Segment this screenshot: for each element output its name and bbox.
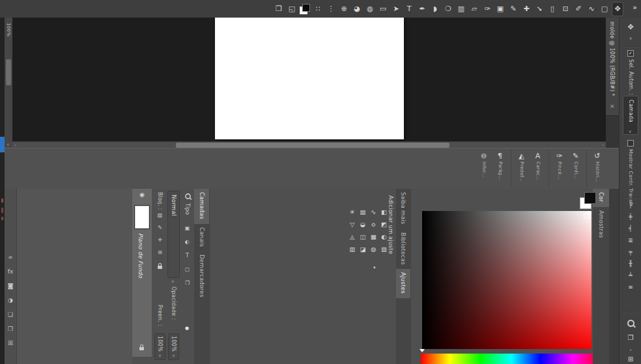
panel-info[interactable]: ⊖ Infor...	[476, 150, 491, 188]
filter-kind-label[interactable]: Tipo	[184, 203, 190, 215]
align-left-icon[interactable]: ╞	[629, 202, 632, 208]
tab-demarcadores[interactable]: Demarcadores	[194, 251, 209, 302]
tool-preset-arrow-icon[interactable]: ∨	[620, 36, 641, 41]
scrollbar-arrow-icon[interactable]: ∨	[7, 142, 9, 147]
adjustment-layer-button[interactable]: ◑	[8, 297, 13, 303]
tab-ajustes[interactable]: Ajustes	[396, 269, 410, 298]
adj-levels-icon[interactable]: ▤	[359, 208, 366, 216]
foreground-color-swatch[interactable]	[302, 4, 310, 12]
zoom-tool[interactable]: ⊕	[339, 3, 349, 16]
adj-color-lookup-icon[interactable]: ▦	[370, 233, 377, 240]
link-layers-button[interactable]: ∞	[8, 254, 13, 260]
type-tool[interactable]: T	[404, 3, 414, 16]
distribute-v-icon[interactable]: ≡	[628, 284, 633, 290]
layer-row-background[interactable]: ◉ Plano de Fundo	[132, 189, 152, 357]
adj-black-white-icon[interactable]: ◩	[380, 221, 388, 228]
scrollbar-right-icon[interactable]: ›	[602, 143, 604, 148]
foreground-color-swatch[interactable]	[584, 192, 596, 204]
close-icon[interactable]: ×	[610, 103, 615, 109]
align-middle-icon[interactable]: ╫	[629, 260, 632, 267]
adj-curves-icon[interactable]: ∿	[370, 208, 377, 216]
hue-slider[interactable]	[421, 354, 602, 364]
foreground-background-swatches[interactable]	[300, 4, 310, 14]
new-group-button[interactable]: ❏	[8, 311, 13, 318]
quick-mask-icon[interactable]: ◱	[287, 3, 297, 16]
document-tab[interactable]: molde @ 100% (RGB/8#) * ×	[606, 18, 619, 116]
panel-tool-presets[interactable]: ◭ Predef...	[511, 150, 529, 188]
path-select-tool[interactable]: ➤	[391, 3, 401, 16]
history-brush-tool[interactable]: ✑	[482, 3, 492, 16]
align-right-icon[interactable]: ╡	[629, 225, 632, 232]
lock-all-icon[interactable]	[158, 266, 162, 269]
adj-photo-filter-icon[interactable]: ◬	[349, 233, 356, 240]
panel-paragraph[interactable]: ¶ Parág...	[492, 150, 507, 188]
new-layer-button[interactable]: ❐	[8, 326, 13, 332]
layer-thumbnail[interactable]	[135, 206, 149, 229]
adj-channel-mixer-icon[interactable]: ◫	[359, 233, 366, 240]
filter-toggle-icon[interactable]: ●	[185, 326, 189, 331]
healing-brush-tool[interactable]: ✚	[521, 3, 532, 16]
panel-brush-settings[interactable]: ✎ Confi...	[568, 150, 583, 188]
collapse-chevron-icon[interactable]: ‹	[620, 347, 641, 353]
tab-bibliotecas[interactable]: Bibliotecas	[396, 229, 410, 270]
scrollbar-left-icon[interactable]: ‹	[14, 143, 16, 148]
adj-brightness-contrast-icon[interactable]: ☀	[349, 208, 356, 216]
lock-transparency-icon[interactable]: ▨	[158, 212, 163, 218]
expand-arrow-icon[interactable]: ▴	[373, 264, 376, 270]
panel-history[interactable]: ↺ Históri...	[586, 150, 605, 188]
quick-selection-tool[interactable]: ✐	[573, 3, 584, 16]
edit-toolbar-icon[interactable]: ⋮	[326, 3, 336, 16]
opacity-value-dropdown[interactable]: 100% ∨	[168, 333, 179, 360]
blur-tool[interactable]: ❍	[443, 3, 453, 16]
align-center-h-icon[interactable]: ╪	[629, 214, 632, 220]
show-transform-checkbox[interactable]	[620, 140, 641, 148]
eraser-tool[interactable]: ▱	[469, 3, 479, 16]
adj-selective-color-icon[interactable]: ◍	[370, 245, 377, 253]
distribute-h-icon[interactable]: ≣	[628, 237, 633, 244]
move-tool[interactable]: ✥	[612, 3, 623, 16]
tab-camadas[interactable]: Camadas	[194, 189, 209, 224]
rotate-view-tool[interactable]: ◕	[352, 3, 362, 16]
adj-hue-saturation-icon[interactable]: ◒	[359, 221, 366, 228]
panel-brushes[interactable]: ✑ Pincé...	[548, 150, 567, 188]
blend-mode-dropdown[interactable]: Normal	[167, 191, 180, 278]
lock-artboard-icon[interactable]: ⊞	[158, 249, 162, 255]
marquee-tool[interactable]: ▢	[599, 3, 610, 16]
screen-mode-icon[interactable]: ❒	[274, 3, 284, 16]
scrollbar-thumb[interactable]	[6, 59, 11, 85]
gradient-tool[interactable]: ▥	[456, 3, 466, 16]
lock-position-icon[interactable]: ✛	[158, 237, 162, 243]
toolbar-overflow-icon[interactable]: »	[633, 3, 637, 12]
fill-value-dropdown[interactable]: 100% ∨	[154, 333, 165, 360]
auto-select-target-dropdown[interactable]: Camada ∨	[623, 96, 638, 135]
lasso-tool[interactable]: ∿	[586, 3, 597, 16]
filter-shape-layers-icon[interactable]: ▢	[185, 266, 190, 272]
filter-smart-objects-icon[interactable]: ❐	[185, 280, 190, 286]
dodge-tool[interactable]: ◗	[430, 3, 440, 16]
adj-vibrance-icon[interactable]: ▽	[349, 221, 356, 228]
frame-tool[interactable]: ▯	[547, 3, 558, 16]
layer-mask-button[interactable]: ◙	[8, 283, 14, 289]
adj-color-balance-icon[interactable]: ≎	[370, 221, 377, 228]
layers-panel-content[interactable]	[17, 189, 132, 364]
adj-threshold-icon[interactable]: ◪	[359, 245, 366, 253]
auto-select-checkbox[interactable]: ✓	[620, 50, 641, 57]
align-bottom-icon[interactable]: ╧	[629, 272, 632, 279]
adj-exposure-icon[interactable]: ◧	[380, 208, 388, 216]
delete-layer-button[interactable]: ☒	[8, 340, 13, 346]
arrange-documents-icon[interactable]: ❐	[620, 334, 641, 341]
pen-tool[interactable]: ✒	[417, 3, 427, 16]
tab-amostras[interactable]: Amostras	[593, 207, 609, 243]
search-icon[interactable]	[620, 320, 641, 328]
clone-stamp-tool[interactable]: ▣	[495, 3, 506, 16]
layer-effects-button[interactable]: fx	[8, 268, 14, 275]
crop-tool[interactable]: ⊡	[560, 3, 571, 16]
panel-character[interactable]: A Carac...	[530, 150, 545, 188]
document-canvas[interactable]	[215, 18, 404, 139]
tab-saiba-mais[interactable]: Saiba mais	[396, 189, 410, 229]
hue-slider-marker[interactable]	[420, 349, 425, 352]
hand-tool[interactable]: ◍	[365, 3, 375, 16]
saturation-brightness-field[interactable]	[422, 211, 591, 349]
filter-adjustment-layers-icon[interactable]: ◐	[185, 239, 190, 245]
color-picker-marker[interactable]	[584, 213, 590, 219]
